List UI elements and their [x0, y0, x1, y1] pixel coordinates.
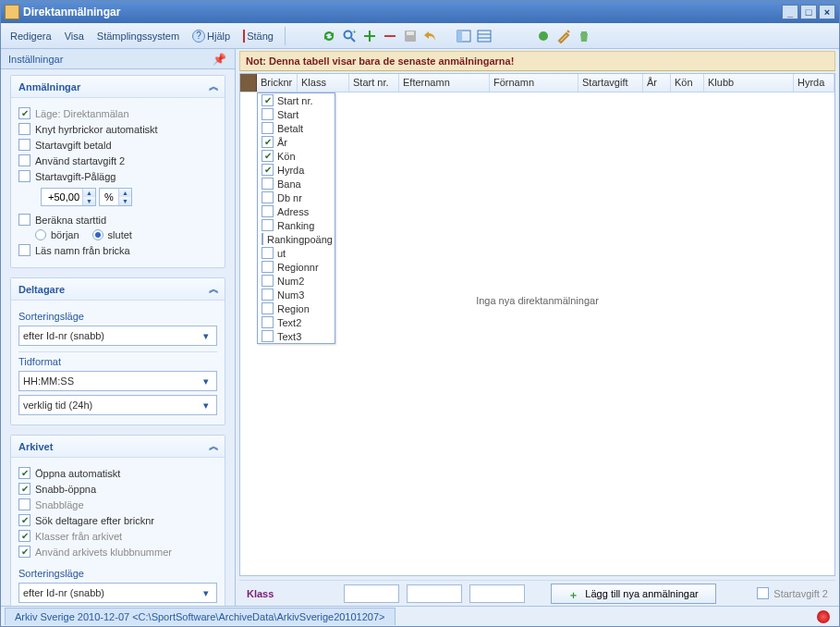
menu-redigera[interactable]: Redigera — [5, 28, 57, 44]
column-picker-check[interactable] — [262, 150, 274, 162]
column-picker-check[interactable] — [262, 164, 274, 176]
search-button[interactable]: + — [340, 27, 359, 45]
check-lasnamn[interactable] — [18, 244, 30, 256]
column-picker-item[interactable]: Num2 — [258, 274, 335, 288]
column-picker-item[interactable]: Rankingpoäng — [258, 232, 335, 246]
column-picker-item[interactable]: Hyrda — [258, 163, 335, 177]
column-picker-item[interactable]: ut — [258, 246, 335, 260]
column-picker-item[interactable]: Db nr — [258, 191, 335, 204]
menu-stang[interactable]: Stäng — [237, 28, 279, 44]
check-anvand-startavgift2[interactable] — [18, 154, 30, 166]
minimize-button[interactable]: _ — [782, 5, 798, 19]
column-picker-check[interactable] — [262, 136, 274, 148]
col-kon[interactable]: Kön — [671, 74, 704, 92]
column-picker-item[interactable]: Start — [258, 107, 335, 121]
radio-borjan[interactable] — [35, 229, 46, 240]
col-ar[interactable]: År — [643, 74, 671, 92]
status-tab[interactable]: Arkiv Sverige 2010-12-07 <C:\SportSoftwa… — [5, 608, 396, 625]
menu-visa[interactable]: Visa — [59, 28, 90, 44]
refresh-button[interactable] — [320, 27, 338, 45]
column-picker-check[interactable] — [262, 316, 274, 328]
record-icon — [536, 29, 551, 43]
column-picker-item[interactable]: Kön — [258, 149, 335, 163]
add-registrations-button[interactable]: ＋ Lägg till nya anmälningar — [551, 584, 715, 604]
column-picker-item[interactable]: Ranking — [258, 218, 335, 232]
select-arkiv-sorteringslage[interactable]: efter Id-nr (snabb)▾ — [18, 583, 217, 603]
column-picker-check[interactable] — [262, 330, 274, 342]
view-b-button[interactable] — [475, 27, 493, 45]
column-picker-item[interactable]: Start nr. — [258, 93, 335, 107]
column-picker-check[interactable] — [262, 94, 274, 106]
col-fornamn[interactable]: Förnamn — [490, 74, 578, 92]
column-picker-item[interactable]: Adress — [258, 204, 335, 218]
input-klass-1[interactable] — [344, 584, 399, 603]
save-button[interactable] — [401, 27, 420, 45]
select-sorteringslage[interactable]: efter Id-nr (snabb)▾ — [18, 326, 217, 346]
add-button[interactable] — [360, 27, 379, 45]
palagg-value-spinner[interactable]: ▲▼ — [41, 188, 96, 206]
column-picker-check[interactable] — [262, 178, 274, 190]
column-picker-check[interactable] — [262, 205, 274, 217]
select-tidformat[interactable]: HH:MM:SS▾ — [18, 371, 217, 391]
check-snabb-oppna[interactable] — [18, 483, 30, 495]
check-palagg[interactable] — [18, 170, 30, 182]
check-oppna-auto[interactable] — [18, 467, 30, 479]
view-a-button[interactable] — [455, 27, 473, 45]
column-picker-item[interactable]: Regionnr — [258, 260, 335, 274]
col-klubb[interactable]: Klubb — [704, 74, 794, 92]
menu-hjalp[interactable]: ?Hjälp — [187, 27, 236, 45]
undo-button[interactable] — [421, 27, 440, 45]
palagg-unit-input[interactable] — [100, 191, 118, 203]
col-klass[interactable]: Klass — [298, 74, 349, 92]
pin-button[interactable]: 📌 — [211, 53, 227, 66]
column-picker-check[interactable] — [262, 191, 274, 203]
menu-stamplingssystem[interactable]: Stämplingssystem — [91, 28, 185, 44]
column-picker-check[interactable] — [262, 108, 274, 120]
remove-button[interactable] — [381, 27, 399, 45]
column-picker-check[interactable] — [262, 275, 274, 287]
input-klass-2[interactable] — [407, 584, 462, 603]
tool-a-button[interactable] — [554, 27, 573, 45]
col-startnr[interactable]: Start nr. — [349, 74, 399, 92]
check-startavgift-betald[interactable] — [18, 139, 30, 151]
column-picker-item[interactable]: Text3 — [258, 329, 335, 343]
corner-cell[interactable] — [240, 74, 257, 92]
check-sok-bricknr[interactable] — [18, 514, 30, 526]
column-picker-check[interactable] — [262, 261, 274, 273]
section-arkivet-header[interactable]: Arkivet︽ — [11, 436, 225, 458]
column-picker-check[interactable] — [262, 289, 274, 301]
column-picker-check[interactable] — [262, 122, 274, 134]
column-picker-check[interactable] — [262, 302, 274, 314]
select-realtime[interactable]: verklig tid (24h)▾ — [18, 395, 217, 415]
col-efternamn[interactable]: Efternamn — [399, 74, 490, 92]
column-picker-check[interactable] — [262, 219, 274, 231]
column-picker-check[interactable] — [262, 247, 274, 259]
column-picker-check[interactable] — [262, 233, 263, 245]
column-picker-item[interactable]: Text2 — [258, 315, 335, 329]
col-hyrda[interactable]: Hyrda — [794, 74, 834, 92]
column-picker-item[interactable]: Region — [258, 301, 335, 315]
col-bricknr[interactable]: Bricknr — [257, 74, 298, 92]
check-arkiv-klubbnr — [18, 546, 30, 558]
column-picker-item[interactable]: Bana — [258, 177, 335, 191]
delete-button[interactable] — [575, 27, 593, 45]
spin-up-icon[interactable]: ▲ — [82, 189, 95, 197]
svg-rect-5 — [407, 31, 414, 35]
check-knyt[interactable] — [18, 123, 30, 135]
check-berakna-starttid[interactable] — [18, 214, 30, 226]
section-anmalningar-header[interactable]: Anmälningar︽ — [11, 76, 225, 98]
record-button[interactable] — [534, 27, 553, 45]
column-picker-dropdown[interactable]: Start nr.StartBetaltÅrKönHyrdaBanaDb nrA… — [257, 92, 335, 344]
column-picker-item[interactable]: År — [258, 135, 335, 149]
close-window-button[interactable]: × — [819, 5, 835, 19]
column-picker-item[interactable]: Num3 — [258, 288, 335, 301]
column-picker-item[interactable]: Betalt — [258, 121, 335, 135]
maximize-button[interactable]: □ — [800, 5, 817, 19]
radio-slutet[interactable] — [92, 229, 103, 240]
section-deltagare-header[interactable]: Deltagare︽ — [11, 278, 225, 301]
col-startavgift[interactable]: Startavgift — [578, 74, 643, 92]
input-klass-3[interactable] — [469, 584, 525, 603]
spin-down-icon[interactable]: ▼ — [82, 197, 95, 205]
palagg-unit-spinner[interactable]: ▲▼ — [99, 188, 132, 206]
palagg-value-input[interactable] — [42, 191, 82, 203]
